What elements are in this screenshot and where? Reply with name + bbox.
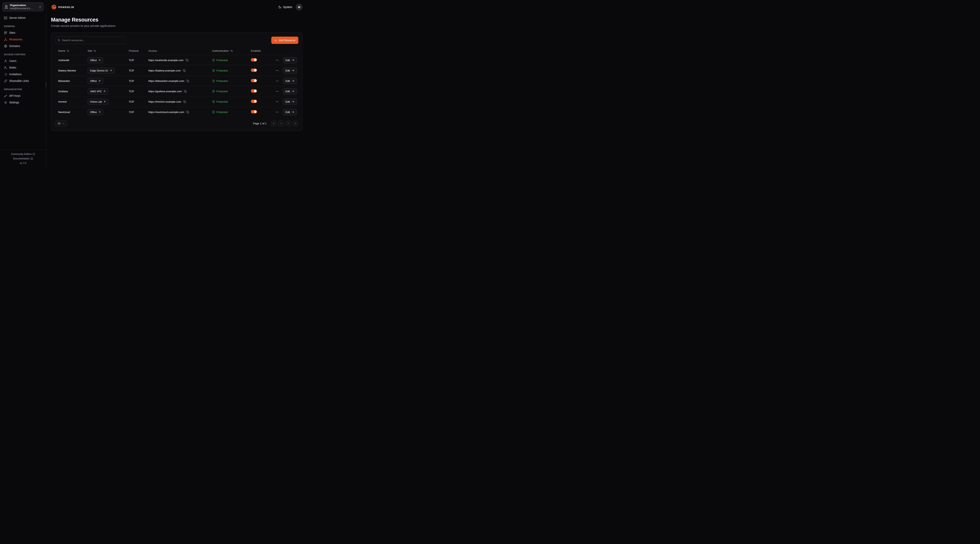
- site-name: Office: [90, 79, 97, 82]
- sidebar-item-roles[interactable]: Roles: [2, 64, 44, 71]
- documentation-label: Documentation: [13, 157, 30, 161]
- org-selector[interactable]: Organization milo@fossorial.io's ...: [2, 2, 44, 11]
- sidebar-section-access-control: Access Control: [0, 53, 46, 57]
- edit-button[interactable]: Edit: [283, 57, 297, 63]
- site-name: AWS VPC: [90, 90, 102, 93]
- protocol-value: TCP: [129, 111, 148, 114]
- edit-button[interactable]: Edit: [283, 88, 297, 95]
- column-header-enabled: Enabled: [251, 49, 270, 52]
- edit-button[interactable]: Edit: [283, 78, 297, 84]
- enabled-toggle[interactable]: [251, 79, 257, 82]
- community-edition-link[interactable]: Community Edition: [11, 152, 35, 157]
- first-page-button[interactable]: [271, 121, 277, 126]
- resources-icon: [4, 38, 7, 41]
- sidebar-item-server-admin[interactable]: Server Admin: [2, 14, 44, 21]
- site-name: Office: [90, 59, 97, 62]
- row-menu-button[interactable]: [275, 99, 280, 104]
- last-page-button[interactable]: [293, 121, 298, 126]
- sidebar-item-label: Roles: [9, 66, 16, 69]
- table-row: Battery Monitor Edge Device 01 TCP h: [55, 65, 298, 76]
- sidebar-item-shareable-links[interactable]: Shareable Links: [2, 78, 44, 84]
- copy-url-button[interactable]: [183, 89, 187, 93]
- site-link-button[interactable]: Edge Device 01: [88, 68, 115, 74]
- sidebar-item-label: Invitations: [9, 73, 22, 76]
- copy-url-button[interactable]: [185, 59, 189, 62]
- gear-icon: [4, 101, 7, 104]
- avatar[interactable]: M: [296, 4, 302, 10]
- sidebar-item-resources[interactable]: Resources: [2, 36, 44, 43]
- row-menu-button[interactable]: [275, 109, 280, 114]
- search-input[interactable]: [62, 39, 123, 42]
- sidebar-item-invitations[interactable]: Invitations: [2, 71, 44, 78]
- sidebar-item-sites[interactable]: Sites: [2, 29, 44, 36]
- theme-label: System: [283, 5, 292, 9]
- copy-url-button[interactable]: [186, 79, 190, 83]
- sidebar-item-settings[interactable]: Settings: [2, 99, 44, 106]
- sites-icon: [4, 31, 7, 35]
- prev-page-button[interactable]: [278, 121, 284, 126]
- sidebar-item-users[interactable]: Users: [2, 57, 44, 64]
- row-menu-button[interactable]: [275, 58, 280, 63]
- column-header-name[interactable]: Name: [58, 49, 88, 52]
- enabled-toggle[interactable]: [251, 68, 257, 72]
- sidebar-item-api-keys[interactable]: API Keys: [2, 92, 44, 99]
- site-link-button[interactable]: Office: [88, 78, 103, 84]
- edit-button[interactable]: Edit: [283, 98, 297, 105]
- sort-icon: [67, 49, 69, 52]
- enabled-toggle[interactable]: [251, 89, 257, 93]
- edit-label: Edit: [286, 111, 290, 114]
- next-page-button[interactable]: [285, 121, 291, 126]
- site-link-button[interactable]: Home Lab: [88, 99, 108, 105]
- sidebar-item-label: Shareable Links: [9, 79, 29, 82]
- brand-name: PANGOLIN: [59, 6, 74, 9]
- main-area: PANGOLIN System M Manage Resources Creat…: [46, 0, 307, 168]
- community-edition-label: Community Edition: [11, 152, 32, 157]
- theme-toggle[interactable]: System: [278, 5, 292, 9]
- site-link-button[interactable]: AWS VPC: [88, 88, 108, 94]
- row-menu-button[interactable]: [275, 68, 280, 73]
- sidebar-section-general: General: [0, 25, 46, 29]
- column-header-authentication[interactable]: Authentication: [212, 49, 251, 52]
- sidebar-item-domains[interactable]: Domains: [2, 43, 44, 49]
- sidebar: Organization milo@fossorial.io's ... Ser…: [0, 0, 46, 168]
- organization-icon: [5, 5, 8, 9]
- row-menu-button[interactable]: [275, 89, 280, 94]
- brand[interactable]: PANGOLIN: [51, 4, 74, 10]
- arrow-up-right-icon: [99, 59, 101, 61]
- row-menu-button[interactable]: [275, 79, 280, 83]
- column-label: Authentication: [212, 49, 229, 52]
- avatar-initial: M: [298, 6, 300, 9]
- copy-url-button[interactable]: [183, 100, 186, 103]
- table-footer: 20 Page 1 of 1: [55, 120, 298, 127]
- edit-button[interactable]: Edit: [283, 67, 297, 74]
- edit-label: Edit: [286, 90, 290, 93]
- copy-url-button[interactable]: [186, 110, 189, 114]
- sidebar-item-label: Domains: [9, 44, 20, 48]
- arrow-right-icon: [292, 100, 294, 103]
- site-link-button[interactable]: Office: [88, 57, 103, 63]
- shield-check-icon: [212, 111, 215, 114]
- column-header-site[interactable]: Site: [88, 49, 129, 52]
- server-icon: [4, 16, 7, 20]
- enabled-toggle[interactable]: [251, 58, 257, 62]
- arrow-right-icon: [292, 69, 294, 72]
- add-resource-label: Add Resource: [278, 39, 295, 42]
- protocol-value: TCP: [129, 90, 148, 93]
- page-size-select[interactable]: 20: [55, 120, 67, 127]
- table-header: Name Site Protocol: [55, 47, 298, 55]
- edit-button[interactable]: Edit: [283, 109, 297, 115]
- arrow-right-icon: [292, 90, 294, 93]
- page-title: Manage Resources: [51, 17, 302, 23]
- enabled-toggle[interactable]: [251, 110, 257, 113]
- documentation-link[interactable]: Documentation: [13, 157, 33, 161]
- add-resource-button[interactable]: Add Resource: [271, 36, 298, 44]
- enabled-toggle[interactable]: [251, 100, 257, 103]
- authentication-status: Protected: [216, 79, 228, 82]
- sidebar-section-organization: Organization: [0, 88, 46, 92]
- authentication-status: Protected: [216, 90, 228, 93]
- globe-icon: [4, 44, 7, 48]
- link-icon: [4, 79, 7, 82]
- arrow-up-right-icon: [103, 90, 106, 92]
- site-link-button[interactable]: Office: [88, 109, 103, 115]
- copy-url-button[interactable]: [183, 69, 186, 73]
